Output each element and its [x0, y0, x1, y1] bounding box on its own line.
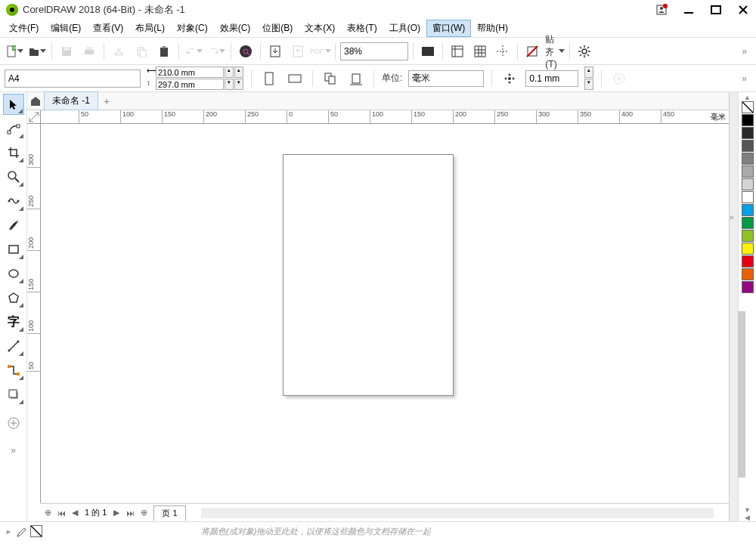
page-height-input[interactable] [156, 79, 224, 90]
shape-tool[interactable] [3, 118, 24, 139]
color-swatch[interactable] [742, 281, 754, 293]
canvas[interactable] [41, 124, 729, 503]
last-page[interactable]: ⏭ [123, 506, 137, 520]
palette-up[interactable]: ▲ [744, 94, 751, 101]
h-scrollbar[interactable] [201, 508, 714, 518]
unit-select[interactable] [408, 70, 484, 87]
undo-button[interactable] [184, 42, 203, 61]
ruler-vertical[interactable]: 30025020015010050 [27, 124, 41, 503]
search-content-button[interactable] [236, 42, 256, 61]
v-scrollbar[interactable]: » [729, 92, 738, 521]
paste-button[interactable] [154, 42, 174, 61]
menu-help[interactable]: 帮助(H) [471, 20, 514, 37]
close-button[interactable] [736, 3, 750, 17]
duplicate-distance-button[interactable] [609, 69, 629, 88]
snap-off-button[interactable] [522, 42, 542, 61]
user-button[interactable] [655, 3, 668, 17]
current-page-button[interactable] [346, 69, 366, 88]
menu-text[interactable]: 文本(X) [299, 20, 341, 37]
doc-no-color[interactable] [30, 525, 42, 537]
menu-layout[interactable]: 布局(L) [129, 20, 171, 37]
no-color-swatch[interactable] [742, 101, 754, 113]
nudge-input[interactable] [525, 70, 578, 87]
pdf-button[interactable]: PDF [311, 42, 330, 61]
color-swatch[interactable] [742, 140, 754, 152]
redo-button[interactable] [206, 42, 226, 61]
color-swatch[interactable] [742, 255, 754, 267]
color-swatch[interactable] [742, 127, 754, 139]
all-pages-button[interactable] [321, 69, 340, 88]
drop-shadow-tool[interactable] [3, 384, 24, 405]
fullscreen-button[interactable] [418, 42, 438, 61]
color-swatch[interactable] [742, 178, 754, 190]
document-tab[interactable]: 未命名 -1 [44, 91, 98, 110]
menu-table[interactable]: 表格(T) [341, 20, 383, 37]
eyedropper-icon[interactable] [15, 527, 26, 537]
first-page[interactable]: ⏮ [54, 506, 68, 520]
copy-button[interactable] [132, 42, 151, 61]
minimize-button[interactable] [682, 3, 696, 17]
ruler-horizontal[interactable]: 5010015020025005010015020025030035040045… [41, 110, 729, 124]
landscape-button[interactable] [285, 69, 305, 88]
color-swatch[interactable] [742, 230, 754, 242]
new-button[interactable]: + [5, 42, 24, 61]
menu-file[interactable]: 文件(F) [3, 20, 45, 37]
color-swatch[interactable] [742, 243, 754, 255]
page-size-select[interactable] [5, 70, 141, 88]
next-page[interactable]: ▶ [110, 506, 123, 520]
artistic-media-tool[interactable] [3, 215, 24, 236]
grid-button[interactable] [470, 42, 490, 61]
text-tool[interactable]: 字 [3, 311, 24, 332]
portrait-button[interactable] [259, 69, 279, 88]
page-tab[interactable]: 页 1 [153, 505, 185, 521]
print-button[interactable] [79, 42, 99, 61]
snap-to-button[interactable]: 贴齐(T) [545, 42, 565, 61]
home-icon[interactable] [27, 93, 44, 110]
color-swatch[interactable] [742, 153, 754, 165]
menu-window[interactable]: 窗口(W) [426, 20, 471, 37]
zoom-select[interactable] [340, 42, 408, 60]
color-swatch[interactable] [742, 191, 754, 203]
maximize-button[interactable] [709, 3, 723, 17]
palette-menu[interactable]: ▸ [6, 527, 11, 536]
add-page-before[interactable]: ⊕ [41, 506, 54, 520]
add-page-after[interactable]: ⊕ [137, 506, 150, 520]
freehand-tool[interactable] [3, 190, 24, 212]
crop-tool[interactable] [3, 142, 24, 163]
import-button[interactable] [265, 42, 285, 61]
propbar-overflow[interactable]: » [737, 73, 751, 84]
width-spin[interactable]: ▴ [225, 66, 234, 78]
toolbar-overflow[interactable]: » [737, 46, 751, 57]
color-swatch[interactable] [742, 204, 754, 216]
connector-tool[interactable] [3, 360, 24, 381]
color-swatch[interactable] [742, 114, 754, 126]
prev-page[interactable]: ◀ [68, 506, 82, 520]
palette-flyout[interactable]: ◀ [745, 514, 750, 521]
menu-object[interactable]: 对象(C) [171, 20, 214, 37]
menu-bitmap[interactable]: 位图(B) [256, 20, 299, 37]
export-button[interactable] [288, 42, 308, 61]
guides-button[interactable] [493, 42, 513, 61]
ruler-origin[interactable] [27, 110, 41, 124]
menu-edit[interactable]: 编辑(E) [45, 20, 87, 37]
options-button[interactable] [575, 42, 594, 61]
rulers-button[interactable] [448, 42, 467, 61]
parallel-dim-tool[interactable] [3, 335, 24, 357]
palette-down[interactable]: ▼ [744, 506, 751, 514]
pick-tool[interactable] [3, 94, 24, 115]
cut-button[interactable] [109, 42, 129, 61]
menu-tools[interactable]: 工具(O) [383, 20, 426, 37]
add-tab-button[interactable]: + [98, 94, 115, 109]
save-button[interactable] [57, 42, 76, 61]
color-swatch[interactable] [742, 165, 754, 178]
ellipse-tool[interactable] [3, 263, 24, 284]
zoom-tool[interactable] [3, 166, 24, 187]
page-width-input[interactable] [156, 66, 224, 78]
open-button[interactable] [27, 42, 47, 61]
toolbox-overflow[interactable]: » [3, 440, 24, 461]
menu-view[interactable]: 查看(V) [87, 20, 129, 37]
rectangle-tool[interactable] [3, 239, 24, 260]
transparency-tool[interactable] [3, 413, 24, 434]
color-swatch[interactable] [742, 268, 754, 280]
menu-effects[interactable]: 效果(C) [214, 20, 257, 37]
